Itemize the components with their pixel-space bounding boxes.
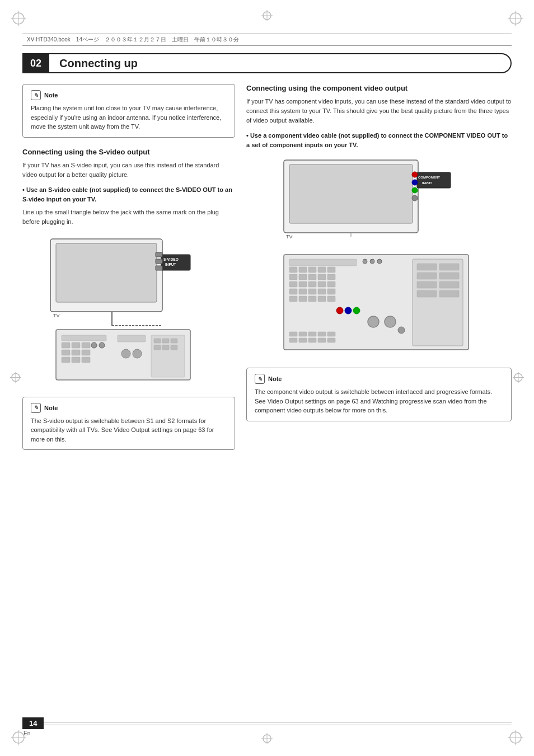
svg-rect-51 (154, 345, 161, 350)
svg-text:TV: TV (53, 313, 60, 318)
svg-rect-120 (299, 338, 307, 342)
svg-rect-104 (417, 281, 437, 288)
svg-rect-42 (82, 350, 90, 355)
svg-point-96 (336, 307, 343, 314)
svg-rect-107 (439, 290, 459, 297)
svg-rect-106 (417, 290, 437, 297)
content-area: ✎ Note Placing the system unit too close… (22, 84, 512, 711)
svg-rect-102 (417, 273, 437, 279)
component-tv-svg: TV COMPONENT INPUT (278, 156, 480, 242)
chapter-header: 02 Connecting up (22, 53, 512, 73)
svg-rect-50 (171, 339, 177, 343)
svg-rect-93 (308, 296, 316, 302)
reg-mark-ml (10, 372, 21, 384)
note-icon-2: ✎ (31, 403, 41, 413)
svg-point-67 (412, 195, 418, 201)
note-label-1: Note (44, 92, 58, 98)
note-box-3: ✎ Note The component video output is swi… (246, 368, 512, 421)
svg-point-66 (412, 187, 418, 193)
svg-rect-123 (327, 338, 335, 342)
svg-rect-32 (156, 266, 162, 270)
svg-rect-105 (439, 281, 459, 288)
svg-point-64 (412, 172, 418, 177)
note-text-1: Placing the system unit too close to you… (31, 104, 227, 132)
svg-rect-116 (308, 332, 316, 336)
svg-rect-118 (327, 332, 335, 336)
svg-text:INPUT: INPUT (165, 262, 176, 266)
svg-rect-103 (439, 273, 459, 279)
svg-rect-122 (318, 338, 326, 342)
component-tv-diagram: TV COMPONENT INPUT (246, 156, 512, 242)
note-label-2: Note (44, 405, 58, 411)
svg-rect-38 (72, 342, 80, 348)
chapter-number: 02 (22, 53, 49, 73)
svg-rect-78 (308, 274, 316, 280)
svg-rect-74 (318, 267, 326, 273)
svg-rect-117 (318, 332, 326, 336)
svg-rect-85 (327, 281, 335, 287)
svg-rect-88 (308, 289, 316, 294)
svg-rect-36 (62, 335, 106, 341)
svg-rect-90 (327, 289, 335, 294)
svideo-bullet: • Use an S-video cable (not supplied) to… (22, 185, 235, 204)
svg-rect-52 (162, 345, 169, 350)
svg-point-54 (121, 349, 130, 358)
bottom-line-1 (22, 722, 512, 722)
svg-point-109 (385, 316, 396, 327)
reg-mark-br (507, 729, 524, 746)
svg-point-111 (363, 259, 367, 264)
reg-mark-mr (513, 372, 524, 384)
svg-point-108 (368, 316, 379, 327)
svg-rect-43 (62, 357, 70, 363)
bottom-line-2 (22, 725, 512, 725)
note-text-2: The S-video output is switchable between… (31, 416, 227, 444)
svg-rect-45 (82, 357, 90, 363)
svg-rect-30 (156, 252, 162, 257)
header-bar: XV-HTD340.book 14ページ ２００３年１２月２７日 土曜日 午前１… (22, 34, 512, 46)
component-bullet: • Use a component video cable (not suppl… (246, 131, 512, 150)
svg-rect-49 (162, 339, 169, 343)
svg-rect-59 (289, 165, 413, 223)
svg-rect-77 (299, 274, 307, 280)
note-text-3: The component video output is switchable… (255, 387, 503, 415)
svg-rect-114 (289, 332, 297, 336)
right-column: Connecting using the component video out… (246, 84, 512, 711)
component-receiver-diagram (246, 249, 512, 361)
reg-mark-tr (507, 10, 524, 27)
svg-rect-95 (327, 296, 335, 302)
page-footer: 14 En (22, 717, 44, 736)
svg-rect-61 (417, 172, 451, 188)
svg-rect-53 (171, 345, 177, 350)
svg-rect-82 (299, 281, 307, 287)
svg-rect-48 (154, 339, 161, 343)
note-header-2: ✎ Note (31, 403, 227, 413)
note-icon-1: ✎ (31, 90, 41, 100)
svg-rect-84 (318, 281, 326, 287)
svg-rect-46 (118, 335, 146, 342)
svideo-body: If your TV has an S-video input, you can… (22, 161, 235, 180)
svg-point-57 (99, 342, 105, 348)
svg-rect-81 (289, 281, 297, 287)
svg-text:INPUT: INPUT (422, 181, 432, 185)
reg-mark-bc (261, 733, 273, 746)
svg-point-97 (345, 307, 352, 314)
note-header-3: ✎ Note (255, 374, 503, 384)
note-icon-3: ✎ (255, 374, 265, 384)
reg-mark-tl (10, 10, 27, 27)
component-heading: Connecting using the component video out… (246, 84, 512, 92)
svg-rect-89 (318, 289, 326, 294)
svg-rect-25 (56, 243, 157, 302)
svideo-diagram: TV S-VIDEO INPUT (22, 233, 235, 390)
svg-rect-72 (299, 267, 307, 273)
svg-point-98 (353, 307, 360, 314)
svg-rect-41 (72, 350, 80, 355)
component-receiver-svg (278, 249, 480, 361)
svg-rect-100 (417, 264, 437, 270)
left-column: ✎ Note Placing the system unit too close… (22, 84, 235, 711)
svg-rect-86 (289, 289, 297, 294)
svg-text:TV: TV (286, 234, 293, 240)
page-container: XV-HTD340.book 14ページ ２００３年１２月２７日 土曜日 午前１… (0, 0, 534, 756)
svg-point-110 (398, 327, 405, 334)
svg-point-65 (412, 180, 418, 185)
svg-rect-87 (299, 289, 307, 294)
